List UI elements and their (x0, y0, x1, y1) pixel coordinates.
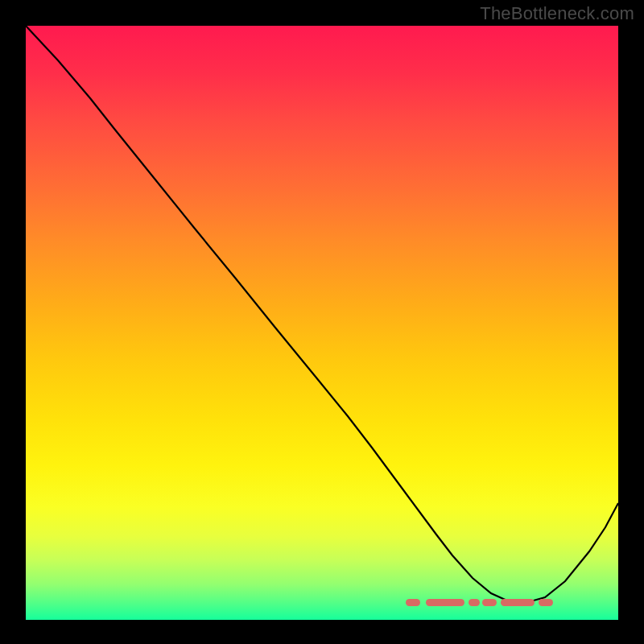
chart-plot-area (26, 26, 618, 620)
attribution-label: TheBottleneck.com (480, 3, 634, 24)
bottleneck-curve (26, 26, 618, 620)
